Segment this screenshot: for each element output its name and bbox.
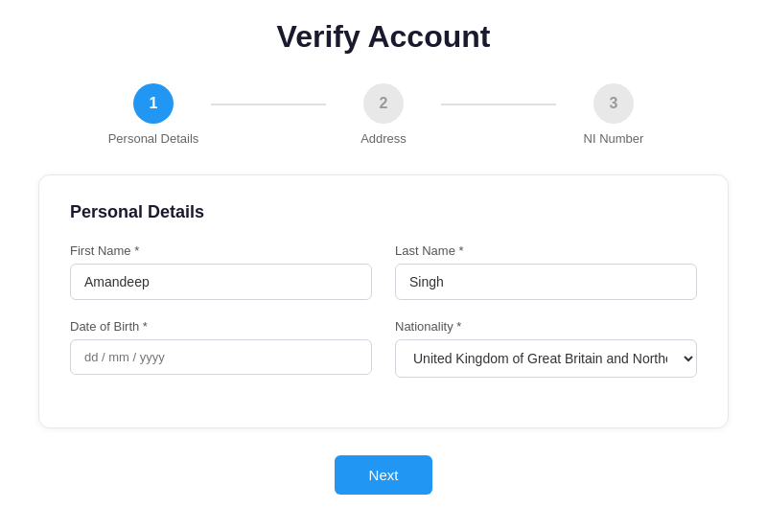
step-connector-2-3	[441, 104, 556, 105]
step-circle-2: 2	[363, 83, 404, 124]
step-circle-1: 1	[133, 83, 174, 124]
first-name-label: First Name *	[70, 243, 372, 258]
first-name-input[interactable]	[70, 264, 372, 300]
step-label-2: Address	[360, 131, 407, 146]
dob-group: Date of Birth *	[70, 319, 372, 378]
step-connector-1-2	[211, 104, 326, 105]
step-label-1: Personal Details	[108, 131, 199, 146]
nationality-label: Nationality *	[395, 319, 697, 334]
step-address: 2 Address	[326, 83, 441, 146]
next-button[interactable]: Next	[335, 455, 433, 495]
personal-details-card: Personal Details First Name * Last Name …	[38, 174, 729, 428]
last-name-group: Last Name *	[395, 243, 697, 300]
stepper: 1 Personal Details 2 Address 3 NI Number	[96, 83, 671, 146]
dob-label: Date of Birth *	[70, 319, 372, 334]
dob-input[interactable]	[70, 339, 372, 375]
form-row-name: First Name * Last Name *	[70, 243, 697, 300]
form-row-dob-nationality: Date of Birth * Nationality * United Kin…	[70, 319, 697, 378]
section-title: Personal Details	[70, 202, 697, 222]
last-name-label: Last Name *	[395, 243, 697, 258]
step-label-3: NI Number	[584, 131, 644, 146]
nationality-select[interactable]: United Kingdom of Great Britain and Nort…	[395, 339, 697, 378]
last-name-input[interactable]	[395, 264, 697, 300]
page-title: Verify Account	[277, 19, 491, 55]
nationality-group: Nationality * United Kingdom of Great Br…	[395, 319, 697, 378]
step-circle-3: 3	[593, 83, 634, 124]
step-personal-details: 1 Personal Details	[96, 83, 211, 146]
first-name-group: First Name *	[70, 243, 372, 300]
step-ni-number: 3 NI Number	[556, 83, 671, 146]
